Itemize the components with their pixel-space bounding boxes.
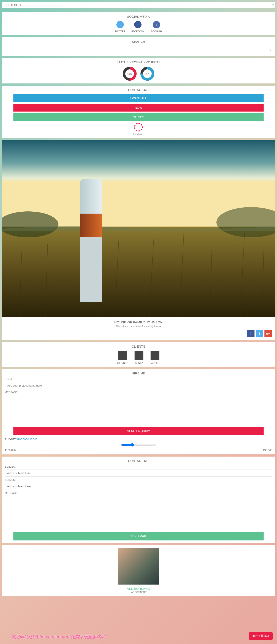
contact-me-panel: CONTACT ME I WANT ALLNOWOH YES Loading..… [2,86,275,138]
client-name: JOHNSON [117,362,128,364]
search-input[interactable] [5,46,272,53]
hero-panel: HOUSE OF FAMILY JOHNSON This is brand ne… [2,140,275,340]
contact-form-title: CONTACT ME [5,459,272,463]
svg-rect-11 [80,214,102,240]
subject-label-1: SUBJECT [5,465,272,468]
footer-role: HANDCRAFTER [5,591,272,594]
loading-text: Loading... [5,133,272,135]
svg-rect-12 [80,237,102,302]
project-input[interactable] [5,382,272,389]
now-button[interactable]: NOW [14,104,263,112]
contact-message-label: MESSAGE [5,492,272,494]
search-panel: SEARCH [2,38,275,56]
avatar [118,351,127,360]
status-panel: STATUS RECENT PROJECTS 50%75% [2,58,275,84]
social-item-facebook[interactable]: fFACEBOOK [131,21,145,33]
footer-name: ALL BORLAND [5,587,272,590]
hero-title: HOUSE OF FAMILY JOHNSON [2,320,275,324]
contact-form-panel: CONTACT ME SUBJECT SUBJECT MESSAGE SEND … [2,456,275,543]
donut-1: 75% [140,66,154,81]
client-johnson[interactable]: JOHNSON [117,351,128,364]
svg-line-1 [270,50,271,51]
search-icon[interactable] [267,48,271,52]
hire-message-label: MESSAGE [5,391,272,394]
client-bentz[interactable]: BENTZ [134,351,143,364]
social-label: GOOGLE+ [151,30,162,33]
svg-rect-7 [2,226,275,317]
hire-me-title: HIRE ME [5,372,272,375]
budget-slider[interactable] [121,443,156,447]
google+-icon: V [153,21,160,28]
share-facebook-icon[interactable]: f [247,330,254,337]
contact-me-title: CONTACT ME [5,88,272,92]
hero-image [2,140,275,317]
social-label: FACEBOOK [131,30,145,33]
portfolio-select[interactable]: PORTFOLIO [2,2,275,8]
search-title: SEARCH [5,40,272,44]
social-media-panel: SOCIAL MEDIA tTWITTERfFACEBOOKVGOOGLE+ [2,12,275,35]
donut-label: 75% [145,73,150,75]
status-title: STATUS RECENT PROJECTS [5,60,272,64]
budget-label: BUDGET [5,438,16,441]
project-label: PROJECT [5,378,272,381]
avatar [134,351,143,360]
hire-message-textarea[interactable] [5,395,272,423]
budget-value: $100 000-135 000 [16,438,37,441]
donut-label: 50% [127,73,132,75]
clients-title: CLIENTS [5,345,272,348]
footer-profile-panel: ALL BORLAND HANDCRAFTER [2,545,275,596]
share-twitter-icon[interactable]: t [256,330,263,337]
footer-portrait [118,548,159,584]
subject-label-2: SUBJECT [5,478,272,482]
budget-min: $100 000 [5,449,16,452]
client-carrier[interactable]: CARRIER [150,351,160,364]
loading-spinner-icon [134,123,143,132]
social-item-google+[interactable]: VGOOGLE+ [151,21,162,33]
share-google-plus-icon[interactable]: g+ [264,330,272,337]
hero-subtitle: This is brand new house for family johns… [2,325,275,328]
budget-max: 135 000 [263,449,272,452]
twitter-icon: t [116,21,124,28]
subject-input-1[interactable] [5,470,272,477]
facebook-icon: f [134,21,142,28]
donut-0: 50% [123,66,137,81]
clients-panel: CLIENTS JOHNSONBENTZCARRIER [2,342,275,367]
social-media-title: SOCIAL MEDIA [5,15,272,18]
send-enquiry-button[interactable]: SEND ENQUIRY [14,427,263,436]
contact-message-textarea[interactable] [5,496,272,528]
hire-me-panel: HIRE ME PROJECT MESSAGE SEND ENQUIRY BUD… [2,369,275,454]
social-label: TWITTER [115,30,125,33]
svg-point-0 [268,48,270,50]
watermark-text: 访问仙鸟社区bbs.xieniao.com免费下载更多内容 [11,634,105,640]
subject-input-2[interactable] [5,483,272,490]
i-want-all-button[interactable]: I WANT ALL [14,94,263,102]
send-mail-button[interactable]: SEND MAIL [14,532,263,540]
avatar [150,351,159,360]
download-template-button[interactable]: 前往下载模板 [249,632,273,640]
oh-yes-button[interactable]: OH YES [14,113,263,121]
client-name: BENTZ [134,362,143,364]
client-name: CARRIER [150,362,160,364]
social-item-twitter[interactable]: tTWITTER [115,21,125,33]
